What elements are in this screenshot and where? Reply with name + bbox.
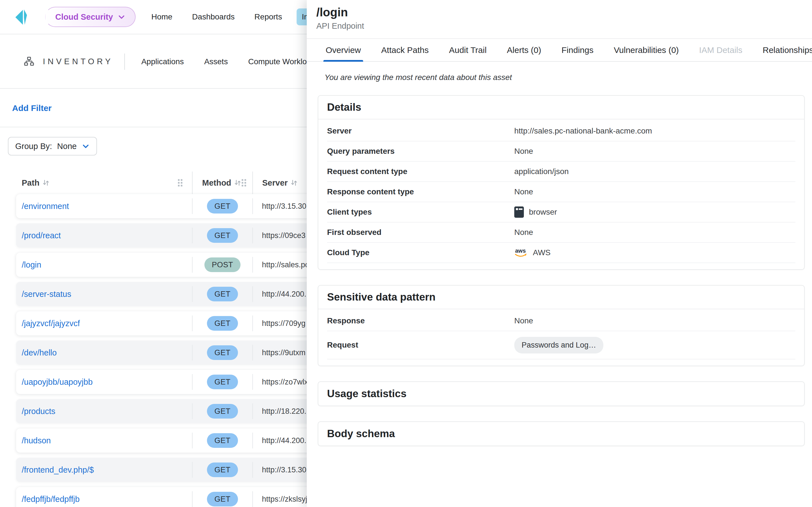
detail-label: First observed [327,228,514,237]
detail-row: First observedNone [327,223,795,243]
path-link[interactable]: /server-status [22,290,71,299]
inventory-tab-assets[interactable]: Assets [199,53,233,71]
product-switcher[interactable]: Cloud Security [45,7,136,27]
method-cell: GET [192,374,252,390]
path-link[interactable]: /frontend_dev.php/$ [22,465,94,474]
drawer-tab-relationships[interactable]: Relationships [763,39,812,61]
drawer-tab-alerts-0[interactable]: Alerts (0) [507,39,541,61]
nav-item-dashboards[interactable]: Dashboards [187,8,240,25]
detail-label: Query parameters [327,147,514,156]
sensitive-data-chip[interactable]: Passwords and Log… [514,337,603,353]
path-cell: /prod/react [16,223,192,247]
method-cell: GET [192,433,252,448]
path-link[interactable]: /fedpffjb/fedpffjb [22,495,80,504]
group-by-row: Group By: None [0,127,97,172]
details-card-title: Details [318,96,804,119]
detail-value: None [514,147,795,156]
inventory-tab-applications[interactable]: Applications [136,53,189,71]
chevron-down-icon [117,13,125,21]
path-cell: /fedpffjb/fedpffjb [16,487,192,507]
detail-value-text: browser [529,208,557,217]
detail-row: Cloud TypeawsAWS [327,243,795,263]
path-link[interactable]: /products [22,407,55,416]
detail-label: Server [327,126,514,135]
chevron-down-icon [82,142,90,150]
divider [124,54,125,70]
method-cell: GET [192,286,252,302]
sensitive-label: Request [327,341,514,349]
panoptica-logo-icon[interactable] [15,8,33,26]
nav-item-home[interactable]: Home [146,8,177,25]
path-link[interactable]: /environment [22,202,69,211]
drawer-tab-findings[interactable]: Findings [562,39,594,61]
detail-value-text: None [514,187,533,196]
usage-statistics-title[interactable]: Usage statistics [318,382,804,406]
path-cell: /uapoyjbb/uapoyjbb [16,370,192,394]
app-root: Cloud Security HomeDashboardsReportsInve… [0,0,812,507]
sort-arrows-icon[interactable] [42,179,50,186]
method-cell: GET [192,345,252,360]
detail-row: Query parametersNone [327,142,795,162]
drag-handle-icon[interactable] [242,179,246,186]
asset-title: /login [316,6,812,19]
path-link[interactable]: /dev/hello [22,348,57,357]
sensitive-label: Response [327,316,514,325]
svg-text:aws: aws [515,247,526,254]
sitemap-icon [24,56,35,67]
sensitive-row: ResponseNone [327,311,795,331]
column-label: Server [262,178,288,187]
detail-value-text: None [514,228,533,237]
detail-value-text: None [514,147,533,156]
drag-handle-icon[interactable] [178,179,183,186]
path-link[interactable]: /hudson [22,436,51,445]
drawer-tabs: OverviewAttack PathsAudit TrailAlerts (0… [307,39,812,62]
method-badge: GET [207,316,238,331]
method-cell: GET [192,403,252,419]
method-cell: GET [192,462,252,478]
path-cell: /login [16,252,192,277]
body-schema-card[interactable]: Body schema [318,421,805,446]
method-badge: GET [207,287,238,301]
path-link[interactable]: /prod/react [22,231,61,240]
path-cell: /environment [16,194,192,218]
drawer-tab-attack-paths[interactable]: Attack Paths [381,39,428,61]
drawer-tab-vulnerabilities-0[interactable]: Vulnerabilities (0) [614,39,679,61]
drawer-tab-audit-trail[interactable]: Audit Trail [449,39,486,61]
detail-row: Response content typeNone [327,182,795,202]
detail-value: None [514,228,795,237]
path-link[interactable]: /uapoyjbb/uapoyjbb [22,378,93,387]
body-schema-title[interactable]: Body schema [318,422,804,446]
drawer-tab-iam-details[interactable]: IAM Details [699,39,742,61]
detail-label: Response content type [327,187,514,196]
method-badge: GET [207,404,238,418]
usage-statistics-card[interactable]: Usage statistics [318,381,805,406]
detail-row: Request content typeapplication/json [327,162,795,182]
method-badge: GET [207,228,238,243]
detail-row: Client typesbrowser [327,202,795,223]
asset-detail-drawer: /login API Endpoint OverviewAttack Paths… [307,0,812,507]
detail-value-text: AWS [533,248,551,257]
nav-item-reports[interactable]: Reports [249,8,287,25]
detail-value: awsAWS [514,247,795,258]
sort-arrows-icon[interactable] [234,179,241,186]
add-filter-button[interactable]: Add Filter [12,103,52,113]
drawer-cards: Details Serverhttp://sales.pc-national-b… [318,95,805,461]
method-cell: GET [192,491,252,507]
drawer-tab-overview[interactable]: Overview [326,39,361,61]
method-badge: POST [204,258,241,272]
method-cell: GET [192,316,252,331]
sensitive-value-text: None [514,316,533,325]
detail-value-text: http://sales.pc-national-bank-acme.com [514,126,652,135]
group-by-dropdown[interactable]: Group By: None [8,137,97,156]
path-link[interactable]: /jajyzvcf/jajyzvcf [22,319,80,328]
column-header-method: Method [192,172,252,194]
path-cell: /jajyzvcf/jajyzvcf [16,311,192,335]
sensitive-row: RequestPasswords and Log… [327,331,795,359]
detail-label: Client types [327,208,514,217]
path-link[interactable]: /login [22,260,41,270]
method-badge: GET [207,433,238,448]
path-cell: /products [16,399,192,424]
aws-icon: aws [514,247,528,258]
sort-arrows-icon[interactable] [290,179,298,186]
detail-row: Serverhttp://sales.pc-national-bank-acme… [327,121,795,142]
